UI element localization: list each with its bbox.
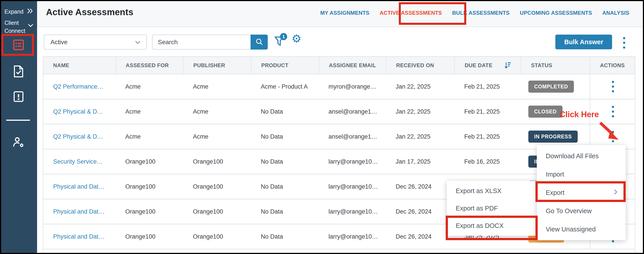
cell-assessed-for: Acme — [116, 99, 183, 124]
tab-bulk-assessments[interactable]: BULK ASSESSMENTS — [452, 10, 510, 16]
tab-my-assignments[interactable]: MY ASSIGNMENTS — [320, 10, 369, 16]
col-header-assignee-email[interactable]: ASSIGNEE EMAIL — [319, 57, 386, 74]
menu-item-view-unassigned[interactable]: View Unassigned — [537, 220, 626, 238]
top-nav-tabs: MY ASSIGNMENTS ACTIVE ASSESSMENTS BULK A… — [320, 10, 629, 16]
cell-publisher: Acme — [183, 99, 251, 124]
settings-gear-icon[interactable]: ⚙ — [292, 33, 302, 44]
tab-analysis[interactable]: ANALYSIS — [602, 10, 629, 16]
table-row: Q2 Physical & D… Acme Acme No Data ansel… — [43, 99, 635, 124]
sidebar-expand-button[interactable]: Expand — [4, 8, 34, 15]
cell-product: No Data — [251, 174, 319, 199]
export-submenu: Export as XLSX Export as PDF Export as D… — [447, 181, 537, 236]
search-input[interactable] — [152, 34, 250, 50]
col-header-assessed-for[interactable]: ASSESSED FOR — [116, 57, 183, 74]
tab-active-assessments[interactable]: ACTIVE ASSESSMENTS — [380, 10, 442, 16]
assessment-name-link[interactable]: Physical and Dat… — [53, 233, 104, 240]
cell-assignee-email: myron@orange… — [319, 74, 386, 99]
cell-received-on: Jan 22, 2025 — [386, 99, 454, 124]
due-date-header-label: DUE DATE — [465, 62, 492, 68]
cell-received-on: Jan 22, 2025 — [386, 124, 454, 149]
assessment-name-link[interactable]: Security Service… — [53, 158, 103, 165]
col-header-product[interactable]: PRODUCT — [251, 57, 319, 74]
client-connect-label: Client Connect — [4, 19, 25, 35]
search-button[interactable] — [250, 34, 268, 50]
row-context-menu: Download All Files Import Export Go To O… — [537, 145, 626, 240]
search-icon — [255, 38, 264, 47]
menu-item-export[interactable]: Export — [537, 184, 626, 202]
sidebar-client-connect-menu[interactable]: Client Connect — [4, 19, 34, 35]
cell-publisher: Orange100 — [183, 149, 251, 174]
assessment-name-link[interactable]: Q2 Performance… — [53, 83, 104, 90]
cell-publisher: Acme — [183, 124, 251, 149]
cell-assignee-email: larry@orange10… — [319, 149, 386, 174]
col-header-due-date[interactable]: DUE DATE — [454, 57, 521, 74]
tab-upcoming-assessments[interactable]: UPCOMING ASSESSMENTS — [520, 10, 592, 16]
sidebar: Expand Client Connect — [0, 0, 37, 254]
assessment-name-link[interactable]: Q2 Physical & D… — [53, 133, 103, 140]
menu-item-import[interactable]: Import — [537, 165, 626, 184]
col-header-publisher[interactable]: PUBLISHER — [183, 57, 251, 74]
cell-assignee-email: ansel@orange1… — [319, 99, 386, 124]
select-chevron-down-icon — [135, 38, 141, 46]
cell-assessed-for: Orange100 — [116, 224, 183, 249]
status-badge: COMPLETED — [528, 80, 574, 93]
sidebar-expand-label: Expand — [4, 8, 24, 15]
sidebar-item-user-settings[interactable] — [0, 136, 37, 150]
cell-assignee-email: larry@orange10… — [319, 199, 386, 224]
cell-due-date: Feb 16, 2025 — [454, 149, 521, 174]
submenu-chevron-right-icon — [614, 189, 618, 197]
table-header-row: NAME ASSESSED FOR PUBLISHER PRODUCT ASSI… — [43, 56, 635, 74]
col-header-status[interactable]: STATUS — [521, 57, 590, 74]
cell-received-on: Dec 26, 2024 — [386, 224, 454, 249]
cell-publisher: Orange100 — [183, 199, 251, 224]
cell-assessed-for: Acme — [116, 74, 183, 99]
cell-received-on: Dec 26, 2024 — [386, 174, 454, 199]
bulk-answer-button[interactable]: Bulk Answer — [555, 34, 612, 49]
document-check-icon — [12, 65, 25, 79]
col-header-name[interactable]: NAME — [43, 57, 116, 74]
col-header-actions: ACTIONS — [590, 57, 636, 74]
cell-assessed-for: Orange100 — [116, 149, 183, 174]
assessment-name-link[interactable]: Physical and Dat… — [53, 183, 104, 190]
status-filter-select[interactable]: Active — [44, 34, 147, 50]
cell-received-on: Jan 22, 2025 — [386, 74, 454, 99]
chevron-down-icon — [28, 19, 34, 29]
assessment-name-link[interactable]: Physical and Dat… — [53, 208, 104, 215]
double-chevron-right-icon — [27, 8, 34, 15]
annotation-arrow-icon — [598, 121, 621, 143]
submenu-item-export-as-docx[interactable]: Export as DOCX — [447, 217, 537, 234]
cell-product: Acme - Product A — [251, 74, 319, 99]
kebab-icon — [623, 37, 625, 49]
status-filter-value: Active — [50, 38, 68, 46]
menu-item-download-all-files[interactable]: Download All Files — [537, 147, 626, 165]
cell-assignee-email: larry@orange10… — [319, 224, 386, 249]
toolbar-kebab-menu[interactable] — [623, 37, 625, 49]
menu-item-go-to-overview[interactable]: Go To Overview — [537, 202, 626, 220]
cell-received-on: Dec 26, 2024 — [386, 199, 454, 224]
kebab-icon — [612, 81, 614, 92]
clipboard-alert-icon — [12, 90, 25, 104]
col-header-received-on[interactable]: RECEIVED ON — [386, 57, 454, 74]
sidebar-divider — [6, 120, 30, 121]
app-window: Expand Client Connect — [0, 0, 644, 254]
cell-product: No Data — [251, 199, 319, 224]
cell-publisher: Orange100 — [183, 224, 251, 249]
search-bar — [152, 34, 268, 50]
cell-assessed-for: Orange100 — [116, 199, 183, 224]
submenu-item-export-as-xlsx[interactable]: Export as XLSX — [447, 182, 537, 200]
cell-product: No Data — [251, 124, 319, 149]
sidebar-item-assessments[interactable] — [0, 38, 37, 52]
sort-descending-icon — [504, 62, 512, 70]
filter-funnel-icon — [274, 44, 284, 48]
table-row-partial — [43, 249, 635, 253]
submenu-item-export-as-pdf[interactable]: Export as PDF — [447, 200, 537, 217]
cell-product: No Data — [251, 224, 319, 249]
assessment-name-link[interactable]: Q2 Physical & D… — [53, 108, 103, 115]
cell-assignee-email: larry@orange10… — [319, 174, 386, 199]
filter-count-badge: 1 — [280, 33, 287, 40]
row-actions-kebab[interactable] — [590, 74, 636, 99]
sidebar-item-issues[interactable] — [0, 90, 37, 104]
user-settings-icon — [12, 136, 25, 150]
menu-item-export-label: Export — [546, 189, 564, 196]
sidebar-item-documents[interactable] — [0, 65, 37, 79]
